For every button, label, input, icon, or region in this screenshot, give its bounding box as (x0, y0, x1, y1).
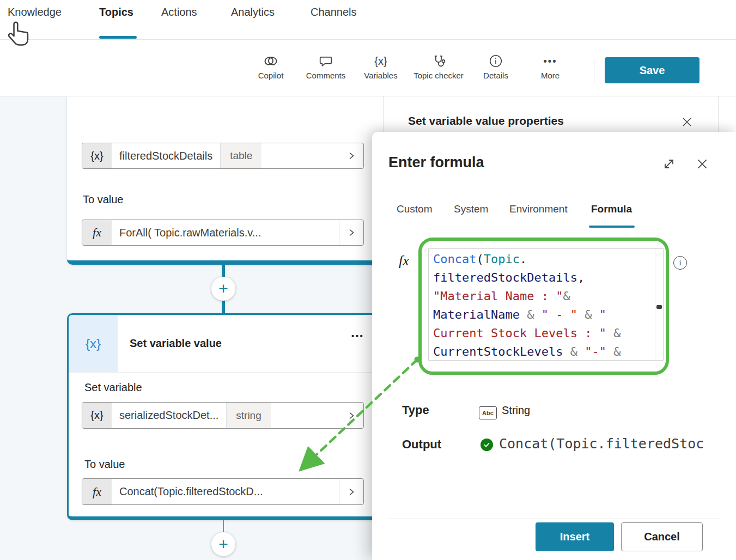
output-value: Concat(Topic.filteredStoc (499, 436, 704, 452)
add-node-button[interactable]: + (211, 532, 235, 556)
fx-icon: fx (399, 253, 409, 269)
nav-tab-analytics[interactable]: Analytics (231, 6, 275, 19)
nav-tab-actions[interactable]: Actions (161, 6, 197, 19)
more-button[interactable]: ••• More (520, 53, 580, 80)
save-button[interactable]: Save (605, 57, 699, 83)
comments-label: Comments (296, 71, 356, 80)
cancel-button[interactable]: Cancel (621, 522, 703, 551)
variable-type-tag: string (227, 403, 270, 428)
topic-checker-icon (403, 53, 474, 69)
details-label: Details (466, 71, 526, 80)
info-icon[interactable]: i (673, 256, 687, 270)
more-icon: ••• (520, 53, 580, 69)
properties-panel-title: Set variable value properties (408, 114, 564, 127)
tab-custom[interactable]: Custom (397, 203, 432, 215)
active-tab-underline (99, 36, 137, 39)
editor-toolbar: Copilot Comments {x} Variables (0, 40, 736, 96)
active-tab-underline (589, 226, 635, 228)
variables-label: Variables (351, 71, 411, 80)
details-icon (466, 53, 526, 69)
chevron-right-icon[interactable] (339, 220, 363, 245)
copilot-label: Copilot (241, 71, 301, 80)
enter-formula-dialog: Enter formula Custom System Environment … (372, 132, 736, 560)
set-variable-icon: {x} (69, 315, 118, 372)
app-window: Knowledge Topics Actions Analytics Chann… (0, 0, 736, 560)
tab-system[interactable]: System (454, 203, 488, 215)
topic-checker-label: Topic checker (403, 71, 474, 80)
dialog-divider (388, 519, 720, 519)
type-label: Type (402, 403, 429, 417)
add-node-button[interactable]: + (211, 277, 235, 301)
formula-value-field[interactable]: fx Concat(Topic.filteredStockD... (82, 478, 364, 505)
node-more-menu[interactable]: ••• (351, 331, 364, 340)
toolbar-divider (594, 59, 594, 83)
comments-button[interactable]: Comments (296, 53, 356, 80)
nav-tab-channels[interactable]: Channels (311, 6, 357, 19)
success-check-icon (480, 439, 493, 451)
more-label: More (520, 71, 580, 80)
authoring-canvas[interactable]: {x} filteredStockDetails table To value … (0, 96, 383, 560)
formula-code: Concat(Topic.filteredStockDetails,"Mater… (433, 250, 659, 361)
variable-type-tag: table (221, 143, 261, 168)
output-label: Output (402, 437, 441, 452)
formula-value: ForAll( Topic.rawMaterials.v... (112, 227, 269, 239)
variable-name: filteredStockDetails (112, 150, 220, 162)
variable-picker-field[interactable]: {x} filteredStockDetails table (82, 143, 364, 169)
string-type-icon: Abc (479, 406, 497, 419)
to-value-label: To value (83, 193, 124, 206)
chevron-right-icon[interactable] (339, 479, 363, 504)
variable-name: serializedStockDet... (112, 409, 226, 422)
comments-icon (296, 53, 356, 69)
fx-badge-icon: fx (82, 479, 112, 504)
tab-environment[interactable]: Environment (509, 203, 568, 215)
formula-code-editor[interactable]: Concat(Topic.filteredStockDetails,"Mater… (428, 248, 664, 361)
variables-button[interactable]: {x} Variables (351, 53, 411, 80)
set-variable-label: Set variable (84, 381, 142, 394)
node-title: Set variable value (118, 315, 222, 372)
variable-badge-icon: {x} (82, 143, 112, 168)
variables-icon: {x} (351, 53, 411, 69)
fx-badge-icon: fx (82, 220, 112, 245)
editor-scrollbar-thumb[interactable] (656, 305, 662, 309)
details-button[interactable]: Details (466, 53, 526, 80)
set-variable-node-1[interactable]: {x} filteredStockDetails table To value … (67, 96, 383, 265)
variable-picker-field[interactable]: {x} serializedStockDet... string (82, 402, 364, 429)
copilot-icon (241, 53, 301, 69)
top-nav: Knowledge Topics Actions Analytics Chann… (0, 0, 736, 40)
editor-scrollbar[interactable] (655, 249, 655, 360)
nav-tab-topics[interactable]: Topics (99, 6, 133, 19)
nav-tab-knowledge[interactable]: Knowledge (8, 6, 62, 19)
formula-value-field[interactable]: fx ForAll( Topic.rawMaterials.v... (82, 220, 364, 246)
type-value: String (502, 404, 530, 417)
dialog-title: Enter formula (388, 154, 484, 171)
variable-badge-icon: {x} (82, 403, 112, 428)
chevron-right-icon[interactable] (339, 143, 363, 168)
close-icon[interactable] (679, 114, 695, 130)
formula-value: Concat(Topic.filteredStockD... (112, 485, 270, 498)
tab-formula[interactable]: Formula (591, 203, 632, 215)
close-icon[interactable] (695, 156, 710, 172)
node-header: {x} Set variable value (69, 315, 381, 373)
panel-scroll-divider (718, 96, 719, 132)
to-value-label: To value (84, 458, 125, 471)
expand-icon[interactable] (661, 156, 677, 172)
chevron-right-icon[interactable] (339, 403, 363, 428)
copilot-button[interactable]: Copilot (241, 53, 301, 80)
formula-editor-highlight: Concat(Topic.filteredStockDetails,"Mater… (418, 238, 669, 375)
topic-checker-button[interactable]: Topic checker (403, 53, 474, 80)
hand-cursor-icon (7, 21, 31, 54)
set-variable-node-2[interactable]: {x} Set variable value ••• Set variable … (67, 313, 383, 520)
insert-button[interactable]: Insert (536, 522, 614, 551)
